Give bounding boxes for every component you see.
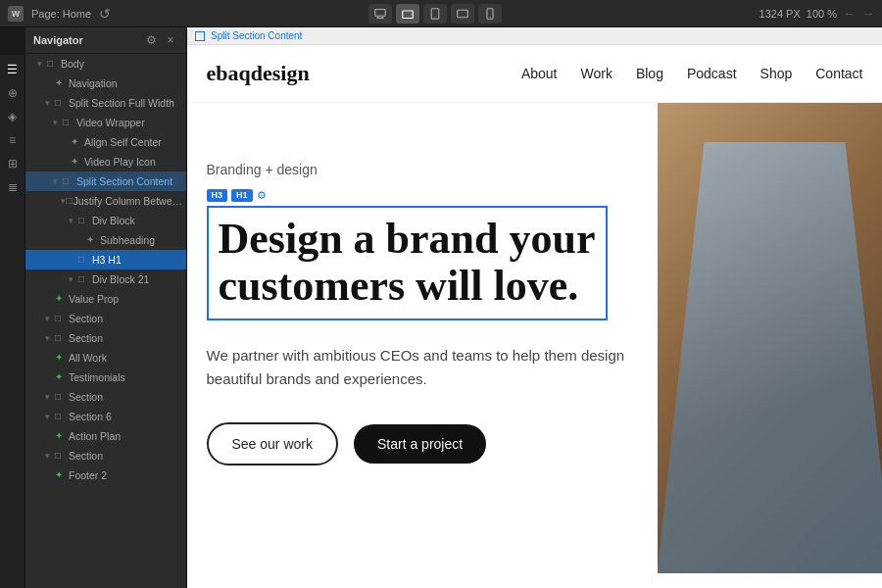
element-badges: H3 H1 ⚙ [207,189,628,202]
tree-item[interactable]: ▾□Section [25,446,186,466]
webpage-frame: ebaqdesign About Work Blog Podcast Shop … [187,45,882,588]
nav-contact[interactable]: Contact [815,66,862,81]
tree-item[interactable]: □H3 H1 [25,250,186,270]
tree-item-label: Video Wrapper [76,115,182,130]
tree-node-icon: ✦ [71,154,84,170]
webflow-logo: W [8,6,24,22]
tree-item-label: Split Section Full Width [69,95,182,111]
panel-close-btn[interactable]: × [163,33,178,47]
tree-item[interactable]: ▾□Split Section Content [25,172,186,191]
see-work-button[interactable]: See our work [207,422,338,466]
nav-about[interactable]: About [521,66,558,81]
tree-item-label: Value Prop [69,291,182,307]
tree-item[interactable]: ▾□Justify Column Betwe… [25,191,186,211]
tree-node-icon: ✦ [86,232,100,248]
left-icon-rail: ☰ ⊕ ◈ ≡ ⊞ ≣ ⚙ [0,55,25,588]
hero-heading: Design a brand your customers will love. [219,216,596,311]
tree-item-label: Section [69,389,182,405]
grid-icon[interactable]: ⊞ [2,153,24,174]
px-value: 1324 PX [760,8,801,20]
tree-item-label: Testimonials [69,369,182,385]
hero-h1-wrapper: Design a brand your customers will love. [207,206,608,320]
wide-icon[interactable] [451,4,474,24]
main-area: ☰ ⊕ ◈ ≡ ⊞ ≣ ⚙ Navigator ⚙ × ▾□Body✦Navig… [0,27,882,588]
tree-item[interactable]: ✦Align Self Center [25,132,186,152]
tree-caret: ▾ [45,311,55,326]
nav-work[interactable]: Work [581,66,612,81]
add-icon[interactable]: ⊕ [2,82,24,104]
fwd-arrow[interactable]: → [861,6,874,21]
nav-shop[interactable]: Shop [760,66,793,81]
navigator-panel: Navigator ⚙ × ▾□Body✦Navigation▾□Split S… [25,27,187,588]
tree-item[interactable]: ✦Footer 2 [25,466,186,485]
tree-caret: ▾ [45,409,55,424]
tree-item-label: Subheading [100,232,182,248]
start-project-button[interactable]: Start a project [354,424,486,464]
tree-item[interactable]: ▾□Video Wrapper [25,113,186,132]
hero-buttons: See our work Start a project [207,422,628,466]
logo-text: W [12,9,21,19]
badge-h1: H1 [231,189,253,202]
tree-item-label: Align Self Center [84,134,182,150]
tree-item-label: Section [69,311,182,326]
tree-node-icon: □ [47,56,61,72]
tree-item[interactable]: ✦Subheading [25,230,186,250]
undo-button[interactable]: ↺ [99,6,111,22]
nav-blog[interactable]: Blog [636,66,663,81]
tree-node-icon: □ [63,115,76,130]
tree-item[interactable]: ▾□Section [25,309,186,328]
tree-node-icon: □ [78,271,92,287]
tree-item[interactable]: ▾□Section 6 [25,407,186,426]
panel-settings-btn[interactable]: ⚙ [143,33,159,47]
tablet-portrait-icon[interactable] [423,4,447,24]
tree-node-icon: ✦ [55,369,69,385]
canvas-scroll[interactable]: ebaqdesign About Work Blog Podcast Shop … [187,45,882,588]
tablet-landscape-icon[interactable] [396,4,419,24]
cms-icon[interactable]: ≣ [2,176,24,198]
tree-item[interactable]: ✦All Work [25,348,186,368]
tree-item-label: Split Section Content [76,173,182,189]
tree-item-label: Div Block [92,213,182,228]
tree-item[interactable]: ▾□Split Section Full Width [25,93,186,113]
tree-item[interactable]: ✦Action Plan [25,426,186,446]
top-bar-right: 1324 PX 100 % ← → [760,6,874,21]
tree-item[interactable]: ▾□Div Block [25,211,186,230]
tree-item[interactable]: ✦Testimonials [25,368,186,387]
canvas-area: Split Section Content ebaqdesign About W… [187,27,882,588]
svg-rect-0 [375,9,386,16]
tree-caret: ▾ [69,213,78,228]
zoom-value: 100 % [807,8,837,20]
tree-item[interactable]: ▾□Body [25,54,186,74]
canvas-breadcrumb[interactable]: Split Section Content [187,27,882,45]
tree-item-label: All Work [69,350,182,366]
tree-node-icon: □ [78,252,92,268]
tree-node-icon: □ [78,213,92,228]
tree-item[interactable]: ▾□Section [25,387,186,407]
desktop-icon[interactable] [368,4,392,24]
breadcrumb-text[interactable]: Split Section Content [211,30,302,41]
tree-item-label: H3 H1 [92,252,182,268]
tree-item[interactable]: ✦Value Prop [25,289,186,309]
tree-item-label: Div Block 21 [92,271,182,287]
tree-caret: ▾ [45,330,55,346]
tree-item[interactable]: ✦Video Play Icon [25,152,186,172]
tree-node-icon: □ [55,95,69,111]
tree-caret: ▾ [37,56,47,72]
tree-node-icon: □ [63,173,76,189]
mobile-icon[interactable] [478,4,502,24]
tree-node-icon: ✦ [55,467,69,483]
tree-node-icon: □ [66,193,73,209]
navigator-icon[interactable]: ☰ [2,59,24,80]
nav-podcast[interactable]: Podcast [687,66,737,81]
svg-rect-8 [458,10,468,18]
back-arrow[interactable]: ← [843,6,856,21]
tree-item[interactable]: ✦Navigation [25,74,186,93]
components-icon[interactable]: ◈ [2,106,24,127]
badge-h3: H3 [207,189,228,202]
pages-icon[interactable]: ≡ [2,129,24,151]
tree-node-icon: ✦ [55,291,69,307]
tree-item[interactable]: ▾□Div Block 21 [25,270,186,289]
hero-h1-line2: customers will love. [219,262,579,310]
tree-item[interactable]: ▾□Section [25,328,186,348]
tree-item-label: Section 6 [69,409,182,424]
